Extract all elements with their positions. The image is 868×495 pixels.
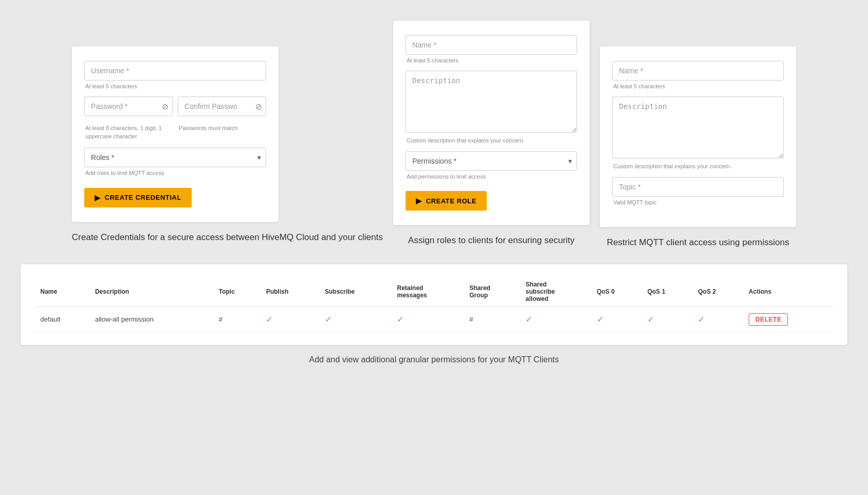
role-name-input[interactable] bbox=[406, 35, 577, 55]
check-icon: ✓ bbox=[325, 315, 332, 324]
password-input[interactable] bbox=[84, 97, 173, 116]
cell-subscribe: ✓ bbox=[320, 307, 392, 332]
password-hints: At least 8 characters, 1 digit, 1 upperc… bbox=[84, 122, 266, 140]
col-name: Name bbox=[35, 277, 90, 307]
col-qos0: QoS 0 bbox=[592, 277, 642, 307]
create-role-label: CREATE ROLE bbox=[426, 197, 476, 205]
password-eye-icon[interactable]: ⊘ bbox=[162, 102, 168, 111]
col-description: Description bbox=[90, 277, 213, 307]
confirm-password-input[interactable] bbox=[178, 97, 266, 116]
cell-description: allow-all permission bbox=[90, 307, 213, 332]
cell-topic: # bbox=[213, 307, 261, 332]
confirm-eye-icon[interactable]: ⊘ bbox=[255, 102, 262, 111]
check-icon: ✓ bbox=[698, 315, 705, 324]
cell-actions: DELETE bbox=[743, 307, 833, 332]
cell-qos0: ✓ bbox=[592, 307, 642, 332]
permissions-caption: Restrict MQTT client access using permis… bbox=[600, 236, 796, 249]
password-hint: At least 8 characters, 1 digit, 1 upperc… bbox=[84, 124, 173, 140]
cell-shared-subscribe: ✓ bbox=[520, 307, 592, 332]
col-qos1: QoS 1 bbox=[642, 277, 693, 307]
perm-name-input[interactable] bbox=[612, 61, 784, 81]
roles-select[interactable]: Roles * bbox=[84, 148, 266, 167]
perm-description-input[interactable] bbox=[612, 97, 784, 158]
password-group: ⊘ ⊘ bbox=[84, 97, 266, 116]
create-role-arrow-icon: ▶ bbox=[416, 197, 422, 205]
cell-qos2: ✓ bbox=[693, 307, 743, 332]
role-description-input[interactable] bbox=[406, 71, 577, 133]
username-input[interactable] bbox=[84, 61, 266, 81]
credentials-card: At least 5 characters ⊘ ⊘ At least 8 cha… bbox=[72, 15, 383, 243]
check-icon: ✓ bbox=[597, 315, 603, 324]
role-name-hint: At least 5 characters bbox=[406, 57, 577, 65]
table-row: default allow-all permission # ✓ ✓ ✓ # ✓… bbox=[35, 307, 833, 332]
perm-description-hint: Custom description that explains your co… bbox=[612, 163, 784, 170]
create-role-button[interactable]: ▶ CREATE ROLE bbox=[406, 191, 487, 211]
col-publish: Publish bbox=[261, 277, 320, 307]
cards-section: At least 5 characters ⊘ ⊘ At least 8 cha… bbox=[21, 15, 847, 249]
col-shared-group: SharedGroup bbox=[464, 277, 520, 307]
create-credential-arrow-icon: ▶ bbox=[95, 194, 101, 202]
check-icon: ✓ bbox=[647, 315, 654, 324]
permissions-table: Name Description Topic Publish Subscribe… bbox=[35, 277, 833, 332]
permissions-table-section: Name Description Topic Publish Subscribe… bbox=[21, 264, 847, 345]
col-qos2: QoS 2 bbox=[693, 277, 743, 307]
col-shared-subscribe: Sharedsubscribeallowed bbox=[520, 277, 592, 307]
credentials-caption: Create Credentials for a secure access b… bbox=[72, 231, 383, 244]
topic-hint: Valid MQTT topic bbox=[612, 199, 784, 206]
col-subscribe: Subscribe bbox=[320, 277, 392, 307]
permissions-card-wrapper: At least 5 characters Custom description… bbox=[600, 15, 796, 249]
username-hint: At least 5 characters bbox=[84, 83, 266, 90]
perm-name-hint: At least 5 characters bbox=[612, 83, 784, 90]
roles-caption: Assign roles to clients for ensuring sec… bbox=[393, 234, 590, 247]
create-credential-label: CREATE CREDENTIAL bbox=[105, 194, 181, 201]
table-caption: Add and view additional granular permiss… bbox=[21, 355, 847, 364]
role-description-hint: Custom description that explains your co… bbox=[406, 137, 577, 145]
cell-name: default bbox=[35, 307, 90, 332]
check-icon: ✓ bbox=[266, 315, 273, 324]
cell-qos1: ✓ bbox=[642, 307, 693, 332]
topic-input[interactable] bbox=[612, 177, 784, 197]
check-icon: ✓ bbox=[525, 315, 532, 324]
delete-button[interactable]: DELETE bbox=[749, 313, 788, 326]
create-credential-button[interactable]: ▶ CREATE CREDENTIAL bbox=[84, 188, 192, 207]
permissions-hint: Add permissions to limit access bbox=[406, 173, 577, 181]
confirm-hint: Passwords must match bbox=[178, 124, 266, 132]
cell-publish: ✓ bbox=[261, 307, 320, 332]
roles-card-wrapper: At least 5 characters Custom description… bbox=[393, 15, 590, 247]
check-icon: ✓ bbox=[397, 315, 404, 324]
col-retained: Retainedmessages bbox=[392, 277, 464, 307]
table-header-row: Name Description Topic Publish Subscribe… bbox=[35, 277, 833, 307]
cell-shared-group: # bbox=[464, 307, 520, 332]
cell-retained: ✓ bbox=[392, 307, 464, 332]
permissions-select[interactable]: Permissions * bbox=[406, 151, 577, 171]
col-actions: Actions bbox=[743, 277, 833, 307]
col-topic: Topic bbox=[213, 277, 261, 307]
roles-hint: Add roles to limit MQTT access bbox=[84, 169, 266, 177]
